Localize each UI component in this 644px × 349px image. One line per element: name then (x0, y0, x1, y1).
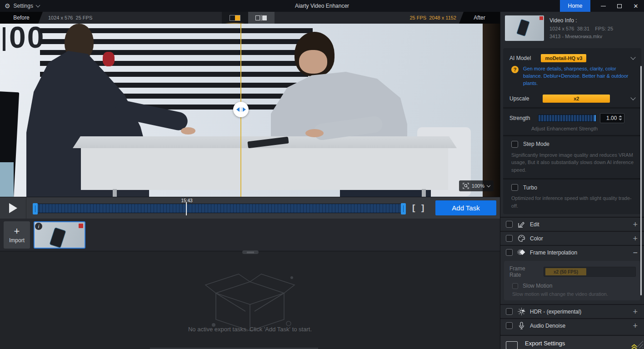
video-preview-panel: Before 1024 x 576 25 FPS 25 FPS 2048 x 1… (0, 12, 500, 197)
thumbnail-badge (79, 224, 83, 228)
expand-plus-icon[interactable]: + (633, 234, 638, 243)
turbo-row: Turbo (503, 179, 641, 193)
drag-handle-lines (247, 252, 254, 252)
frame-interpolation-disabled-content: Frame Rate x2 (50 FPS) Slow Motion Slow … (509, 265, 636, 297)
app-title: Aiarty Video Enhancer (0, 3, 644, 9)
frame-interpolation-panel: Frame Rate x2 (50 FPS) Slow Motion Slow … (504, 261, 640, 300)
spinner-up-icon[interactable] (619, 115, 622, 117)
expand-plus-icon[interactable]: + (633, 220, 638, 229)
settings-sidebar: Video Info : 1024 x 576 38:31 FPS: 25 34… (500, 12, 644, 349)
playhead[interactable] (186, 202, 187, 215)
slow-motion-note: Slow motion will change the video durati… (509, 291, 636, 297)
person-right-face (299, 50, 327, 74)
split-view-toggle[interactable] (222, 12, 248, 24)
person-right-head (295, 32, 334, 76)
add-task-button[interactable]: Add Task (435, 200, 496, 215)
ai-model-label: AI Model (509, 55, 531, 61)
edit-section-row[interactable]: Edit + (500, 217, 644, 231)
strength-spinner[interactable]: 1.00 (600, 113, 624, 123)
video-info-resolution: 1024 x 576 38:31 FPS: 25 (549, 26, 613, 31)
expand-plus-icon[interactable]: + (633, 322, 638, 330)
play-button[interactable] (0, 197, 26, 219)
dark-beam (483, 24, 500, 197)
mark-in-button[interactable]: [ (412, 203, 415, 213)
mark-out-button[interactable]: ] (421, 203, 424, 213)
color-palette-icon (517, 234, 525, 243)
decor-circle (286, 321, 291, 326)
double-chevron-up-icon[interactable] (631, 344, 638, 349)
side-by-side-toggle[interactable] (248, 12, 275, 24)
arrow-left-icon (236, 107, 240, 112)
upscale-select[interactable]: x2 (543, 95, 610, 103)
strength-slider[interactable] (538, 115, 596, 122)
frame-rate-select[interactable]: x2 (50 FPS) (544, 267, 636, 277)
frame-rate-value: x2 (50 FPS) (545, 268, 586, 275)
step-mode-label: Step Mode (523, 141, 549, 147)
maximize-button[interactable] (611, 0, 628, 12)
panel-drag-handle[interactable] (242, 250, 259, 254)
hdr-brightness-icon (517, 308, 525, 316)
arrow-right-icon (243, 107, 246, 112)
audio-denoise-checkbox[interactable] (506, 322, 513, 329)
slow-motion-row: Slow Motion (509, 283, 636, 289)
info-icon[interactable]: i (35, 222, 43, 230)
timeline-track[interactable]: 15:43 (33, 204, 406, 213)
before-tab: Before (0, 12, 43, 24)
audio-denoise-section-row[interactable]: Audio Denoise + (500, 318, 644, 332)
export-settings-label: Export Settings (525, 340, 568, 347)
zoom-level: 100% (472, 183, 484, 189)
after-tab: After (459, 12, 500, 24)
step-mode-row: Step Mode (503, 136, 641, 150)
before-resolution-label: 1024 x 576 25 FPS (48, 12, 92, 24)
frame-interpolation-section-row[interactable]: Frame Interpolation − (500, 245, 644, 259)
edit-label: Edit (530, 221, 539, 228)
chevron-down-icon (487, 183, 490, 187)
ai-model-row: AI Model moDetail-HQ v3 (503, 48, 641, 65)
export-settings-section[interactable]: ⚙ Export Settings mp4 [ H.264, AAC ] (500, 335, 644, 349)
import-button[interactable]: + Import (4, 221, 30, 249)
sidebar-scrollbar[interactable] (640, 66, 642, 295)
edit-checkbox[interactable] (506, 221, 513, 228)
expand-plus-icon[interactable]: + (633, 308, 638, 316)
compare-split-handle[interactable] (233, 102, 249, 117)
frame-rate-row: Frame Rate x2 (50 FPS) (509, 265, 636, 278)
minimize-button[interactable] (595, 0, 611, 12)
color-checkbox[interactable] (506, 235, 513, 242)
thumbnail-badge (539, 16, 543, 20)
turbo-checkbox[interactable] (511, 184, 518, 191)
trim-handle-right[interactable] (401, 203, 406, 214)
hdr-section-row[interactable]: HDR - (experimental) + (500, 304, 644, 318)
help-icon[interactable]: ? (511, 66, 519, 73)
trim-handle-left[interactable] (33, 203, 38, 214)
video-info-title: Video Info : (549, 17, 613, 24)
strength-label: Strength (509, 115, 530, 121)
split-view-icon (230, 15, 240, 21)
person-left-hand (181, 127, 195, 135)
settings-label: Settings (14, 3, 33, 9)
video-info-thumbnail (505, 15, 544, 41)
split-handle-bar (241, 107, 241, 112)
settings-menu[interactable]: ⚙ Settings (0, 0, 44, 12)
spinner-down-icon[interactable] (619, 119, 622, 120)
ai-model-description: Gen more details, sharpness, clarity, co… (523, 65, 635, 87)
step-mode-checkbox[interactable] (511, 141, 518, 148)
chevron-down-icon (35, 3, 40, 7)
table-leg (422, 189, 426, 197)
collapse-minus-icon[interactable]: − (633, 249, 638, 257)
strength-slider-handle[interactable] (594, 115, 596, 121)
hdr-checkbox[interactable] (506, 308, 513, 315)
chevron-down-icon[interactable] (630, 55, 635, 60)
home-button[interactable]: Home (560, 0, 590, 12)
ai-model-select[interactable]: moDetail-HQ v3 (541, 54, 586, 62)
trim-handle-line (35, 205, 35, 212)
frame-interpolation-checkbox[interactable] (506, 249, 513, 256)
chevron-down-icon[interactable] (630, 95, 635, 100)
color-label: Color (530, 235, 543, 242)
slow-motion-checkbox[interactable] (512, 283, 518, 289)
close-button[interactable]: ✕ (628, 0, 644, 12)
color-section-row[interactable]: Color + (500, 231, 644, 245)
empty-queue-message: No active export tasks. Click 'Add Task'… (0, 326, 500, 333)
zoom-control[interactable]: 100% (459, 180, 494, 191)
decor-dot (290, 276, 293, 279)
strength-caption: Adjust Enhancement Strength (503, 124, 641, 135)
